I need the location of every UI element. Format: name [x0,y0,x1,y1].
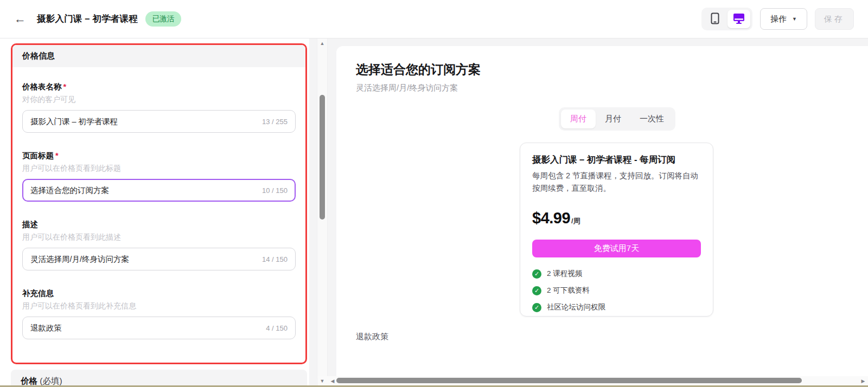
price-section-suffix: (必填) [37,376,62,385]
char-counter: 14 / 150 [262,255,288,263]
feature-label: 2 可下载资料 [547,286,590,295]
field-label: 补充信息 [22,288,296,299]
mobile-icon [711,12,719,26]
mobile-preview-button[interactable] [704,10,726,28]
field-label: 描述 [22,220,296,230]
actions-dropdown-button[interactable]: 操作 ▼ [760,8,807,30]
field-page-title: 页面标题* 用户可以在价格页看到此标题 选择适合您的订阅方案 10 / 150 [22,151,296,202]
field-label-text: 补充信息 [22,289,54,298]
preview-page-subtitle: 灵活选择周/月/终身访问方案 [356,83,458,93]
check-icon: ✓ [532,269,541,279]
settings-column: 价格信息 价格表名称* 对你的客户可见 摄影入门课 – 初学者课程 13 / 2… [0,38,309,387]
char-counter: 13 / 255 [262,118,288,126]
plan-feature-list: ✓ 2 课程视频 ✓ 2 可下载资料 ✓ 社区论坛访问权限 [532,269,701,312]
pricing-info-section-body: 价格表名称* 对你的客户可见 摄影入门课 – 初学者课程 13 / 255 页面… [12,67,305,339]
pricing-page-preview: 选择适合您的订阅方案 灵活选择周/月/终身访问方案 周付 月付 一次性 摄影入门… [336,46,868,385]
feature-label: 2 课程视频 [547,269,582,279]
check-icon: ✓ [532,286,541,295]
plan-price-period: /周 [571,216,580,226]
billing-interval-tabs: 周付 月付 一次性 [559,107,675,131]
field-label-text: 页面标题 [22,151,54,160]
free-trial-button[interactable]: 免费试用7天 [532,240,701,257]
description-input[interactable]: 灵活选择周/月/终身访问方案 14 / 150 [22,248,296,270]
plan-card: 摄影入门课 – 初学者课程 - 每周订阅 每周包含 2 节直播课程，支持回放。订… [520,143,713,317]
scroll-down-arrow-icon[interactable]: ▼ [317,378,328,384]
feature-label: 社区论坛访问权限 [547,302,605,312]
feature-row: ✓ 2 可下载资料 [532,286,701,295]
scroll-left-arrow-icon[interactable]: ◀ [330,378,335,384]
field-label: 价格表名称* [22,82,296,92]
top-bar: ← 摄影入门课 – 初学者课程 已激活 [0,0,868,38]
vertical-scrollbar[interactable]: ▲ [317,38,328,378]
desktop-preview-button[interactable] [727,10,750,28]
refund-policy-note: 退款政策 [356,332,388,342]
actions-label: 操作 [770,14,787,24]
tab-monthly[interactable]: 月付 [596,109,630,128]
char-counter: 4 / 150 [266,324,288,332]
header-actions: 操作 ▼ 保存 [701,8,854,30]
device-preview-toggle [701,8,752,30]
status-badge: 已激活 [145,11,182,27]
field-label-text: 价格表名称 [22,82,62,91]
required-asterisk: * [63,82,67,91]
check-icon: ✓ [532,303,541,312]
preview-page-title: 选择适合您的订阅方案 [356,61,481,78]
price-list-name-input[interactable]: 摄影入门课 – 初学者课程 13 / 255 [22,110,296,133]
char-counter: 10 / 150 [262,186,288,195]
plan-price-row: $4.99 /周 [532,209,701,227]
field-hint: 用户可以在价格页看到此标题 [22,164,296,173]
pricing-info-section: 价格信息 价格表名称* 对你的客户可见 摄影入门课 – 初学者课程 13 / 2… [11,43,307,364]
plan-title: 摄影入门课 – 初学者课程 - 每周订阅 [532,154,701,166]
horizontal-scrollbar[interactable]: ◀ ▶ [318,376,868,385]
tab-weekly[interactable]: 周付 [561,109,596,128]
input-value: 退款政策 [30,323,62,333]
tab-one-time[interactable]: 一次性 [630,109,673,128]
horizontal-scrollbar-thumb[interactable] [336,378,802,383]
price-section-title: 价格 [21,376,37,385]
scroll-up-arrow-icon[interactable]: ▲ [317,41,327,46]
save-button[interactable]: 保存 [815,8,854,30]
field-hint: 用户可以在价格页看到此补充信息 [22,301,296,311]
field-hint: 对你的客户可见 [22,95,296,105]
plan-description: 每周包含 2 节直播课程，支持回放。订阅将自动按周续费，直至取消。 [532,170,701,195]
feature-row: ✓ 社区论坛访问权限 [532,302,701,312]
field-hint: 用户可以在价格页看到此描述 [22,233,296,242]
input-value: 灵活选择周/月/终身访问方案 [30,254,129,265]
field-price-list-name: 价格表名称* 对你的客户可见 摄影入门课 – 初学者课程 13 / 255 [22,82,296,133]
vertical-scrollbar-thumb[interactable] [320,95,325,220]
pricing-info-section-header: 价格信息 [12,45,305,67]
input-value: 选择适合您的订阅方案 [30,185,109,196]
desktop-icon [733,13,745,25]
field-extra-info: 补充信息 用户可以在价格页看到此补充信息 退款政策 4 / 150 [22,288,296,339]
field-description: 描述 用户可以在价格页看到此描述 灵活选择周/月/终身访问方案 14 / 150 [22,220,296,270]
page-title-input[interactable]: 选择适合您的订阅方案 10 / 150 [22,179,296,202]
price-section-header: 价格 (必填) [11,370,307,387]
field-label-text: 描述 [22,220,38,229]
feature-row: ✓ 2 课程视频 [532,269,701,279]
back-button[interactable]: ← [14,13,26,25]
chevron-down-icon: ▼ [792,16,797,22]
extra-info-input[interactable]: 退款政策 4 / 150 [22,317,296,339]
required-asterisk: * [55,151,59,160]
field-label: 页面标题* [22,151,296,161]
input-value: 摄影入门课 – 初学者课程 [30,117,118,127]
page-title: 摄影入门课 – 初学者课程 [37,13,138,25]
plan-price: $4.99 [532,209,570,227]
scroll-right-arrow-icon[interactable]: ▶ [860,378,866,384]
